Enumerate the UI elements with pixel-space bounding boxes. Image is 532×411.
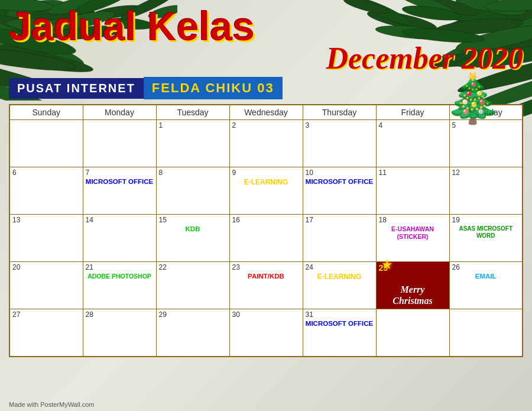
calendar-event: E-LEARNING bbox=[306, 273, 374, 281]
day-number: 31 bbox=[306, 310, 374, 319]
calendar-cell-w3-d1: 13 bbox=[9, 215, 83, 262]
calendar-cell-w4-d7: 26EMAIL bbox=[449, 262, 523, 309]
calendar-week-5: 2728293031MICROSOFT OFFICE bbox=[9, 309, 523, 357]
badge-pusat-internet: PUSAT INTERNET bbox=[9, 78, 144, 99]
calendar-cell-w3-d5: 17 bbox=[303, 215, 376, 262]
day-number: 15 bbox=[159, 216, 227, 224]
calendar-cell-w1-d2 bbox=[83, 120, 156, 167]
day-number: 2 bbox=[232, 121, 300, 130]
calendar-cell-w2-d2: 7MICROSOFT OFFICE bbox=[83, 167, 156, 215]
calendar-cell-w1-d7: 5 bbox=[449, 120, 523, 167]
calendar-cell-w4-d4: 23PAINT/KDB bbox=[229, 262, 303, 309]
day-number: 16 bbox=[232, 216, 300, 224]
day-number: 11 bbox=[379, 169, 447, 177]
day-number: 7 bbox=[86, 169, 154, 177]
footer: Made with PosterMyWall.com bbox=[9, 401, 94, 408]
day-number: 14 bbox=[86, 216, 154, 224]
calendar-cell-w3-d3: 15KDB bbox=[156, 215, 229, 262]
day-number: 1 bbox=[159, 121, 227, 130]
calendar-cell-w3-d7: 19ASAS MICROSOFT WORD bbox=[449, 215, 523, 262]
calendar-cell-w4-d5: 24E-LEARNING bbox=[303, 262, 376, 309]
header-wednesday: Wednesday bbox=[229, 105, 303, 120]
day-number: 12 bbox=[452, 169, 520, 177]
calendar-cell-w5-d6 bbox=[376, 309, 449, 357]
calendar-cell-w4-d6: ★25Merry Christmas bbox=[376, 262, 449, 309]
day-number: 18 bbox=[379, 216, 447, 224]
calendar-cell-w2-d6: 11 bbox=[376, 167, 449, 215]
calendar-week-3: 131415KDB161718E-USAHAWAN (STICKER)19ASA… bbox=[9, 215, 523, 262]
calendar-cell-w2-d4: 9E-LEARNING bbox=[229, 167, 303, 215]
calendar-cell-w4-d2: 21ADOBE PHOTOSHOP bbox=[83, 262, 156, 309]
calendar-event: MICROSOFT OFFICE bbox=[306, 320, 374, 328]
badge-felda-chiku: FELDA CHIKU 03 bbox=[144, 77, 283, 99]
day-number: 10 bbox=[306, 169, 374, 177]
christmas-merry-text: Merry Christmas bbox=[379, 284, 447, 306]
day-number: 13 bbox=[12, 216, 80, 224]
gingerbread-decoration: 🎄 bbox=[443, 71, 502, 127]
calendar-event: MICROSOFT OFFICE bbox=[306, 178, 374, 186]
day-number: 3 bbox=[306, 121, 374, 130]
calendar-week-1: 12345 bbox=[9, 120, 523, 167]
title-container: Jadual Kelas December 2020 bbox=[9, 6, 523, 74]
calendar-cell-w5-d5: 31MICROSOFT OFFICE bbox=[303, 309, 376, 357]
calendar-cell-w2-d5: 10MICROSOFT OFFICE bbox=[303, 167, 376, 215]
calendar-cell-w4-d3: 22 bbox=[156, 262, 229, 309]
calendar-event: KDB bbox=[159, 225, 227, 234]
day-number: 19 bbox=[452, 216, 520, 224]
calendar-cell-w1-d4: 2 bbox=[229, 120, 303, 167]
day-number: 24 bbox=[306, 263, 374, 271]
calendar-cell-w3-d4: 16 bbox=[229, 215, 303, 262]
calendar-event: E-LEARNING bbox=[232, 178, 300, 186]
calendar-cell-w1-d1 bbox=[9, 120, 83, 167]
day-number: 29 bbox=[159, 310, 227, 319]
calendar-cell-w2-d3: 8 bbox=[156, 167, 229, 215]
header-sunday: Sunday bbox=[9, 105, 83, 120]
day-number: 28 bbox=[86, 310, 154, 319]
calendar-event: E-USAHAWAN (STICKER) bbox=[379, 225, 447, 240]
calendar-cell-w5-d1: 27 bbox=[9, 309, 83, 357]
day-number: 20 bbox=[12, 263, 80, 271]
day-number: 21 bbox=[86, 263, 154, 271]
calendar-cell-w4-d1: 20 bbox=[9, 262, 83, 309]
calendar-week-4: 2021ADOBE PHOTOSHOP2223PAINT/KDB24E-LEAR… bbox=[9, 262, 523, 309]
calendar-event: PAINT/KDB bbox=[232, 273, 300, 281]
calendar-table: Sunday Monday Tuesday Wednesday Thursday… bbox=[9, 104, 523, 357]
day-number: 17 bbox=[306, 216, 374, 224]
main-content: Jadual Kelas December 2020 PUSAT INTERNE… bbox=[0, 0, 532, 411]
day-number: 9 bbox=[232, 169, 300, 177]
calendar-event: ADOBE PHOTOSHOP bbox=[86, 273, 154, 280]
calendar-event: MICROSOFT OFFICE bbox=[86, 178, 154, 186]
day-number: 4 bbox=[379, 121, 447, 130]
day-number: 23 bbox=[232, 263, 300, 271]
calendar-event: ASAS MICROSOFT WORD bbox=[452, 225, 520, 240]
header-thursday: Thursday bbox=[303, 105, 376, 120]
day-number: 22 bbox=[159, 263, 227, 271]
day-number: 27 bbox=[12, 310, 80, 319]
calendar-cell-w5-d3: 29 bbox=[156, 309, 229, 357]
header-monday: Monday bbox=[83, 105, 156, 120]
calendar-cell-w3-d2: 14 bbox=[83, 215, 156, 262]
calendar-cell-w5-d7 bbox=[449, 309, 523, 357]
day-number: 26 bbox=[452, 263, 520, 271]
calendar-cell-w5-d4: 30 bbox=[229, 309, 303, 357]
calendar-week-2: 67MICROSOFT OFFICE89E-LEARNING10MICROSOF… bbox=[9, 167, 523, 215]
header-friday: Friday bbox=[376, 105, 449, 120]
calendar-cell-w3-d6: 18E-USAHAWAN (STICKER) bbox=[376, 215, 449, 262]
title-jadual-kelas: Jadual Kelas bbox=[9, 6, 255, 46]
calendar-cell-w2-d7: 12 bbox=[449, 167, 523, 215]
day-number: 30 bbox=[232, 310, 300, 319]
calendar-cell-w1-d3: 1 bbox=[156, 120, 229, 167]
calendar-cell-w2-d1: 6 bbox=[9, 167, 83, 215]
day-number: 6 bbox=[12, 169, 80, 177]
calendar-cell-w1-d5: 3 bbox=[303, 120, 376, 167]
christmas-star-icon: ★ bbox=[381, 257, 393, 273]
calendar-cell-w1-d6: 4 bbox=[376, 120, 449, 167]
header-tuesday: Tuesday bbox=[156, 105, 229, 120]
calendar-event: EMAIL bbox=[452, 273, 520, 281]
day-number: 8 bbox=[159, 169, 227, 177]
calendar-cell-w5-d2: 28 bbox=[83, 309, 156, 357]
